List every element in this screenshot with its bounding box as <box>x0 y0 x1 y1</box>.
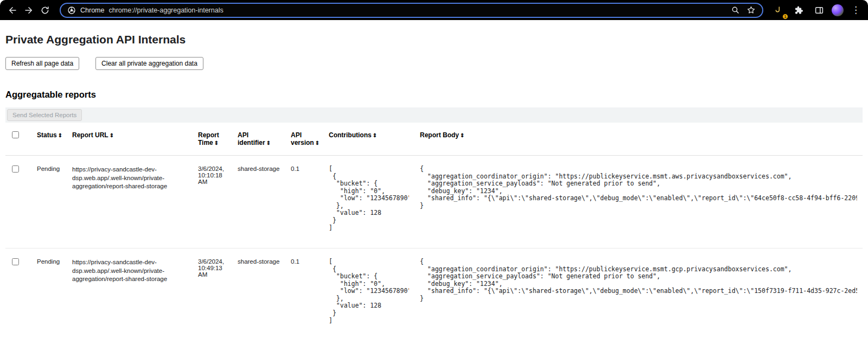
page-title: Private Aggregation API Internals <box>5 33 863 46</box>
zoom-icon[interactable] <box>731 5 740 15</box>
status-cell: Pending <box>31 156 67 248</box>
table-row: Pending https://privacy-sandcastle-dev-d… <box>5 248 863 338</box>
status-cell: Pending <box>31 248 67 338</box>
col-header-contributions[interactable]: Contributions⇕ <box>323 123 414 156</box>
browser-toolbar: Chrome chrome://private-aggregation-inte… <box>0 0 868 20</box>
row-select-cell <box>5 248 31 338</box>
side-panel-icon <box>814 5 824 15</box>
sort-icon: ⇕ <box>266 140 271 146</box>
api-identifier-cell: shared-storage <box>232 248 285 338</box>
aggregatable-reports-table: Status⇕ Report URL⇕ Report Time⇕ API ide… <box>5 123 863 338</box>
sort-icon: ⇕ <box>315 140 320 146</box>
chrome-logo-icon <box>67 6 76 15</box>
select-all-cell <box>5 123 31 156</box>
sort-icon: ⇕ <box>214 140 219 146</box>
report-time-cell: 3/6/2024, 10:49:13 AM <box>193 248 232 338</box>
report-body-json: { "aggregation_coordinator_origin": "htt… <box>420 258 857 302</box>
sort-icon: ⇕ <box>460 132 464 138</box>
contributions-json: [ { "bucket": { "high": "0", "low": "123… <box>329 258 409 324</box>
contributions-cell: [ { "bucket": { "high": "0", "low": "123… <box>323 248 414 338</box>
table-row: Pending https://privacy-sandcastle-dev-d… <box>5 156 863 248</box>
side-panel-button[interactable] <box>811 2 827 18</box>
sort-icon: ⇕ <box>110 132 114 138</box>
col-header-report-time[interactable]: Report Time⇕ <box>193 123 232 156</box>
report-url-cell: https://privacy-sandcastle-dev-dsp.web.a… <box>67 156 193 248</box>
report-time-cell: 3/6/2024, 10:10:18 AM <box>193 156 232 248</box>
col-header-report-url[interactable]: Report URL⇕ <box>67 123 193 156</box>
sort-icon: ⇕ <box>58 132 62 138</box>
sort-icon: ⇕ <box>373 132 377 138</box>
notification-badge: 1 <box>782 14 788 20</box>
back-button[interactable] <box>4 2 21 18</box>
chrome-label: Chrome <box>80 7 104 14</box>
api-version-cell: 0.1 <box>285 156 323 248</box>
report-url-cell: https://privacy-sandcastle-dev-dsp.web.a… <box>67 248 193 338</box>
col-header-api-version[interactable]: API version⇕ <box>285 123 323 156</box>
flagged-extension-button[interactable]: 1 <box>770 2 786 18</box>
report-body-cell: { "aggregation_coordinator_origin": "htt… <box>414 248 863 338</box>
table-header-row: Status⇕ Report URL⇕ Report Time⇕ API ide… <box>5 123 863 156</box>
api-identifier-cell: shared-storage <box>232 156 285 248</box>
report-body-cell: { "aggregation_coordinator_origin": "htt… <box>414 156 863 248</box>
report-body-json: { "aggregation_coordinator_origin": "htt… <box>420 165 857 209</box>
forward-arrow-icon <box>24 5 34 15</box>
page-content: Private Aggregation API Internals Refres… <box>0 33 868 338</box>
api-version-cell: 0.1 <box>285 248 323 338</box>
section-title: Aggregatable reports <box>5 90 863 100</box>
col-header-status[interactable]: Status⇕ <box>31 123 67 156</box>
profile-avatar[interactable] <box>832 4 844 16</box>
contributions-cell: [ { "bucket": { "high": "0", "low": "123… <box>323 156 414 248</box>
row-checkbox[interactable] <box>12 258 19 265</box>
row-select-cell <box>5 156 31 248</box>
row-checkbox[interactable] <box>12 165 19 173</box>
contributions-json: [ { "bucket": { "high": "0", "low": "123… <box>329 165 409 232</box>
omnibox[interactable]: Chrome chrome://private-aggregation-inte… <box>60 3 763 18</box>
back-arrow-icon <box>8 5 17 15</box>
select-all-checkbox[interactable] <box>12 131 19 138</box>
extensions-puzzle-icon <box>794 5 803 15</box>
reload-button[interactable] <box>37 2 53 18</box>
forward-button[interactable] <box>21 2 37 18</box>
browser-menu-icon[interactable]: ⋮ <box>848 4 864 16</box>
col-header-report-body[interactable]: Report Body⇕ <box>414 123 863 156</box>
reload-icon <box>40 5 50 15</box>
clear-all-button[interactable]: Clear all private aggregation data <box>95 57 203 70</box>
bookmark-star-icon[interactable] <box>746 5 756 15</box>
refresh-all-button[interactable]: Refresh all page data <box>5 57 79 70</box>
table-toolbar: Send Selected Reports <box>5 107 863 123</box>
url-text: chrome://private-aggregation-internals <box>108 7 726 14</box>
col-header-api-identifier[interactable]: API identifier⇕ <box>232 123 285 156</box>
extensions-button[interactable] <box>790 2 807 18</box>
send-selected-reports-button[interactable]: Send Selected Reports <box>7 109 82 121</box>
flagged-extension-icon <box>774 5 783 15</box>
